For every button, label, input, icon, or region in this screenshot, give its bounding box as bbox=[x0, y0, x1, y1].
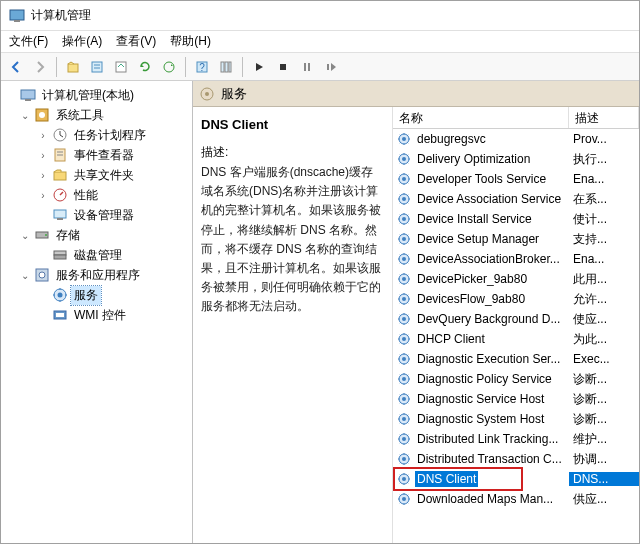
svg-rect-2 bbox=[68, 64, 78, 72]
service-name: Distributed Transaction C... bbox=[415, 451, 564, 467]
service-row[interactable]: Distributed Link Tracking...维护... bbox=[393, 429, 639, 449]
content-pane: 服务 DNS Client 描述: DNS 客户端服务(dnscache)缓存域… bbox=[193, 81, 639, 543]
service-desc: 诊断... bbox=[569, 411, 639, 428]
tree-disk-mgmt[interactable]: 磁盘管理 bbox=[1, 245, 192, 265]
service-row[interactable]: DevQuery Background D...使应... bbox=[393, 309, 639, 329]
service-desc: 执行... bbox=[569, 151, 639, 168]
svg-point-74 bbox=[402, 457, 406, 461]
content-header: 服务 bbox=[193, 81, 639, 107]
columns-button[interactable] bbox=[215, 56, 237, 78]
collapse-icon[interactable]: ⌄ bbox=[19, 230, 31, 241]
properties-button[interactable] bbox=[86, 56, 108, 78]
svg-rect-1 bbox=[14, 20, 20, 22]
service-row[interactable]: Delivery Optimization执行... bbox=[393, 149, 639, 169]
service-description: DNS 客户端服务(dnscache)缓存域名系统(DNS)名称并注册该计算机的… bbox=[201, 163, 384, 317]
service-row[interactable]: DevicesFlow_9ab80允许... bbox=[393, 289, 639, 309]
tree-wmi[interactable]: WMI 控件 bbox=[1, 305, 192, 325]
service-name: DNS Client bbox=[415, 471, 478, 487]
menu-view[interactable]: 查看(V) bbox=[116, 33, 156, 50]
restart-button[interactable] bbox=[320, 56, 342, 78]
tree-shared-folders[interactable]: ›共享文件夹 bbox=[1, 165, 192, 185]
svg-point-48 bbox=[402, 197, 406, 201]
service-name: DevicesFlow_9ab80 bbox=[415, 291, 527, 307]
service-row[interactable]: DeviceAssociationBroker...Ena... bbox=[393, 249, 639, 269]
service-desc: 供应... bbox=[569, 491, 639, 508]
refresh2-button[interactable] bbox=[158, 56, 180, 78]
separator bbox=[242, 57, 243, 77]
content-body: DNS Client 描述: DNS 客户端服务(dnscache)缓存域名系统… bbox=[193, 107, 639, 543]
menu-action[interactable]: 操作(A) bbox=[62, 33, 102, 50]
service-row[interactable]: DHCP Client为此... bbox=[393, 329, 639, 349]
svg-point-54 bbox=[402, 257, 406, 261]
svg-rect-10 bbox=[221, 62, 224, 72]
help-button[interactable]: ? bbox=[191, 56, 213, 78]
expand-icon[interactable]: › bbox=[37, 130, 49, 141]
service-row[interactable]: Diagnostic Execution Ser...Exec... bbox=[393, 349, 639, 369]
service-row[interactable]: DNS ClientDNS... bbox=[393, 469, 639, 489]
service-name: DeviceAssociationBroker... bbox=[415, 251, 562, 267]
tree-task-scheduler[interactable]: ›任务计划程序 bbox=[1, 125, 192, 145]
expand-icon[interactable]: › bbox=[37, 170, 49, 181]
svg-point-72 bbox=[402, 437, 406, 441]
tree-system-tools[interactable]: ⌄系统工具 bbox=[1, 105, 192, 125]
service-row[interactable]: Diagnostic Service Host诊断... bbox=[393, 389, 639, 409]
tree-services-apps[interactable]: ⌄服务和应用程序 bbox=[1, 265, 192, 285]
up-button[interactable] bbox=[62, 56, 84, 78]
service-row[interactable]: Device Install Service使计... bbox=[393, 209, 639, 229]
tree-device-manager[interactable]: 设备管理器 bbox=[1, 205, 192, 225]
export-button[interactable] bbox=[110, 56, 132, 78]
collapse-icon[interactable]: ⌄ bbox=[19, 110, 31, 121]
svg-rect-31 bbox=[54, 251, 66, 255]
app-icon bbox=[9, 8, 25, 24]
svg-point-34 bbox=[39, 272, 45, 278]
tree-services[interactable]: 服务 bbox=[1, 285, 192, 305]
separator bbox=[56, 57, 57, 77]
menu-help[interactable]: 帮助(H) bbox=[170, 33, 211, 50]
refresh-button[interactable] bbox=[134, 56, 156, 78]
forward-button[interactable] bbox=[29, 56, 51, 78]
start-button[interactable] bbox=[248, 56, 270, 78]
col-name[interactable]: 名称 bbox=[393, 107, 569, 128]
service-row[interactable]: Downloaded Maps Man...供应... bbox=[393, 489, 639, 509]
service-name: DevicePicker_9ab80 bbox=[415, 271, 529, 287]
back-button[interactable] bbox=[5, 56, 27, 78]
svg-point-7 bbox=[164, 62, 174, 72]
tree-event-viewer[interactable]: ›事件查看器 bbox=[1, 145, 192, 165]
tree-performance[interactable]: ›性能 bbox=[1, 185, 192, 205]
expand-icon[interactable]: › bbox=[37, 150, 49, 161]
service-row[interactable]: Developer Tools ServiceEna... bbox=[393, 169, 639, 189]
service-row[interactable]: DevicePicker_9ab80此用... bbox=[393, 269, 639, 289]
service-desc: 协调... bbox=[569, 451, 639, 468]
pause-button[interactable] bbox=[296, 56, 318, 78]
service-desc: 诊断... bbox=[569, 391, 639, 408]
service-desc: Exec... bbox=[569, 352, 639, 366]
svg-rect-18 bbox=[25, 99, 31, 101]
svg-rect-28 bbox=[57, 218, 63, 220]
svg-point-20 bbox=[39, 112, 45, 118]
service-desc: 使应... bbox=[569, 311, 639, 328]
tree-storage[interactable]: ⌄存储 bbox=[1, 225, 192, 245]
col-desc[interactable]: 描述 bbox=[569, 107, 639, 128]
service-row[interactable]: Diagnostic System Host诊断... bbox=[393, 409, 639, 429]
svg-rect-17 bbox=[21, 90, 35, 99]
svg-point-58 bbox=[402, 297, 406, 301]
menu-file[interactable]: 文件(F) bbox=[9, 33, 48, 50]
svg-rect-14 bbox=[304, 63, 306, 71]
stop-button[interactable] bbox=[272, 56, 294, 78]
svg-point-76 bbox=[402, 477, 406, 481]
service-row[interactable]: Device Setup Manager支持... bbox=[393, 229, 639, 249]
tree-root[interactable]: 计算机管理(本地) bbox=[1, 85, 192, 105]
nav-tree[interactable]: 计算机管理(本地) ⌄系统工具 ›任务计划程序 ›事件查看器 ›共享文件夹 ›性… bbox=[1, 81, 193, 543]
list-rows[interactable]: debugregsvcProv...Delivery Optimization执… bbox=[393, 129, 639, 543]
service-row[interactable]: debugregsvcProv... bbox=[393, 129, 639, 149]
separator bbox=[185, 57, 186, 77]
service-row[interactable]: Diagnostic Policy Service诊断... bbox=[393, 369, 639, 389]
menubar: 文件(F) 操作(A) 查看(V) 帮助(H) bbox=[1, 31, 639, 53]
svg-rect-15 bbox=[308, 63, 310, 71]
collapse-icon[interactable]: ⌄ bbox=[19, 270, 31, 281]
service-row[interactable]: Distributed Transaction C...协调... bbox=[393, 449, 639, 469]
expand-icon[interactable]: › bbox=[37, 190, 49, 201]
service-row[interactable]: Device Association Service在系... bbox=[393, 189, 639, 209]
service-name: Distributed Link Tracking... bbox=[415, 431, 560, 447]
svg-point-78 bbox=[402, 497, 406, 501]
